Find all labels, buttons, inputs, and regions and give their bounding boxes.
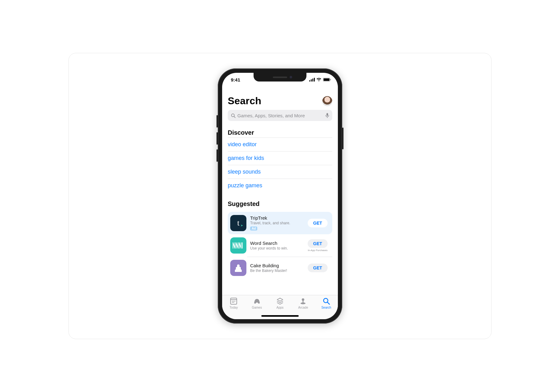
app-name: TripTrek bbox=[250, 215, 302, 221]
tab-search[interactable]: Search bbox=[317, 297, 336, 319]
wifi-icon bbox=[316, 78, 321, 82]
app-subtitle: Travel, track, and share. bbox=[250, 221, 302, 225]
discover-item[interactable]: puzzle games bbox=[228, 179, 332, 192]
suggested-app-row[interactable]: Word Search Use your words to win. GET I… bbox=[228, 234, 332, 257]
page-title: Search bbox=[228, 95, 261, 107]
app-info: TripTrek Travel, track, and share. Ad bbox=[250, 215, 302, 231]
app-icon-cake bbox=[230, 260, 246, 276]
battery-icon bbox=[323, 78, 331, 82]
status-time: 9:41 bbox=[231, 77, 240, 82]
suggested-list: t➤ TripTrek Travel, track, and share. Ad… bbox=[228, 211, 332, 279]
app-subtitle: Be the Bakery Master! bbox=[250, 268, 302, 273]
tab-label: Today bbox=[230, 306, 238, 309]
tab-today[interactable]: Today bbox=[224, 297, 243, 319]
cellular-icon bbox=[309, 78, 315, 82]
iap-label: In-App Purchases bbox=[308, 249, 328, 252]
arcade-icon bbox=[299, 297, 307, 305]
app-name: Cake Building bbox=[250, 263, 302, 268]
app-info: Word Search Use your words to win. bbox=[250, 240, 302, 250]
search-placeholder: Games, Apps, Stories, and More bbox=[237, 113, 324, 118]
svg-rect-6 bbox=[330, 79, 331, 80]
app-name: Word Search bbox=[250, 240, 302, 246]
apps-icon bbox=[276, 297, 284, 305]
tab-label: Apps bbox=[277, 306, 284, 309]
svg-rect-3 bbox=[314, 78, 315, 82]
tab-label: Games bbox=[252, 306, 262, 309]
svg-rect-9 bbox=[327, 113, 328, 116]
phone-screen: 9:41 Search Games, Apps, Stories, and Mo… bbox=[222, 73, 338, 319]
discover-item[interactable]: video editor bbox=[228, 138, 332, 151]
get-button[interactable]: GET bbox=[308, 264, 328, 272]
content-body: Search Games, Apps, Stories, and More Di… bbox=[222, 86, 338, 295]
svg-line-19 bbox=[327, 302, 329, 305]
app-icon-wordsearch bbox=[230, 237, 246, 254]
get-button[interactable]: GET bbox=[308, 219, 328, 227]
home-indicator[interactable] bbox=[261, 315, 299, 317]
tab-bar: Today Games Apps Arcade Search bbox=[222, 295, 338, 319]
svg-rect-2 bbox=[312, 79, 313, 82]
today-icon bbox=[230, 297, 238, 305]
status-indicators bbox=[309, 78, 331, 82]
app-icon-triptrek: t➤ bbox=[230, 215, 246, 231]
canvas: 9:41 Search Games, Apps, Stories, and Mo… bbox=[68, 53, 492, 339]
app-subtitle: Use your words to win. bbox=[250, 246, 302, 250]
mic-icon[interactable] bbox=[325, 113, 329, 118]
svg-rect-0 bbox=[309, 80, 310, 82]
app-info: Cake Building Be the Bakery Master! bbox=[250, 263, 302, 273]
search-tab-icon bbox=[322, 297, 330, 305]
games-icon bbox=[253, 297, 261, 305]
svg-point-17 bbox=[301, 302, 306, 304]
discover-item[interactable]: games for kids bbox=[228, 151, 332, 165]
suggested-app-row[interactable]: t➤ TripTrek Travel, track, and share. Ad… bbox=[228, 212, 332, 234]
discover-list: video editor games for kids sleep sounds… bbox=[228, 138, 332, 192]
suggested-app-row[interactable]: Cake Building Be the Bakery Master! GET bbox=[228, 257, 332, 279]
suggested-heading: Suggested bbox=[228, 200, 332, 208]
svg-rect-1 bbox=[311, 79, 312, 82]
ad-badge: Ad bbox=[250, 226, 257, 231]
phone-notch bbox=[254, 73, 306, 82]
tab-label: Arcade bbox=[298, 306, 308, 309]
phone-frame: 9:41 Search Games, Apps, Stories, and Mo… bbox=[218, 68, 342, 324]
profile-avatar[interactable] bbox=[322, 96, 332, 106]
svg-point-15 bbox=[302, 298, 304, 301]
search-icon bbox=[231, 113, 236, 118]
discover-heading: Discover bbox=[228, 129, 332, 136]
get-button[interactable]: GET bbox=[308, 239, 328, 248]
svg-line-8 bbox=[234, 116, 235, 118]
svg-rect-16 bbox=[303, 301, 304, 302]
tab-label: Search bbox=[321, 306, 331, 309]
search-input[interactable]: Games, Apps, Stories, and More bbox=[228, 110, 332, 121]
svg-rect-5 bbox=[324, 78, 329, 81]
header-row: Search bbox=[228, 95, 332, 107]
discover-item[interactable]: sleep sounds bbox=[228, 165, 332, 179]
